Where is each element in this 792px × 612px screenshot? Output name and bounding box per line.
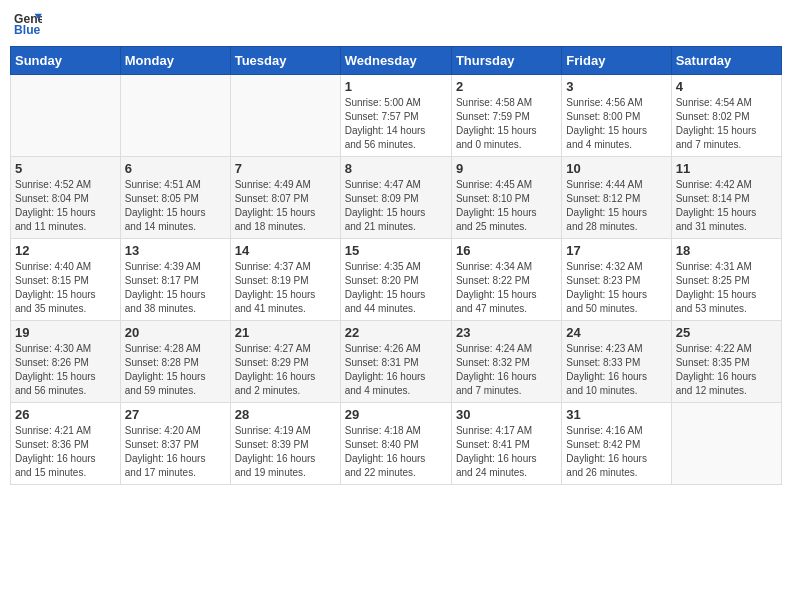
header-wednesday: Wednesday	[340, 47, 451, 75]
day-info: Sunrise: 4:21 AM Sunset: 8:36 PM Dayligh…	[15, 424, 116, 480]
day-number: 13	[125, 243, 226, 258]
day-number: 24	[566, 325, 666, 340]
day-number: 31	[566, 407, 666, 422]
day-info: Sunrise: 4:20 AM Sunset: 8:37 PM Dayligh…	[125, 424, 226, 480]
cell-w3-d4: 16Sunrise: 4:34 AM Sunset: 8:22 PM Dayli…	[451, 239, 561, 321]
day-info: Sunrise: 4:37 AM Sunset: 8:19 PM Dayligh…	[235, 260, 336, 316]
day-info: Sunrise: 4:16 AM Sunset: 8:42 PM Dayligh…	[566, 424, 666, 480]
cell-w2-d0: 5Sunrise: 4:52 AM Sunset: 8:04 PM Daylig…	[11, 157, 121, 239]
day-info: Sunrise: 4:34 AM Sunset: 8:22 PM Dayligh…	[456, 260, 557, 316]
cell-w2-d4: 9Sunrise: 4:45 AM Sunset: 8:10 PM Daylig…	[451, 157, 561, 239]
svg-text:Blue: Blue	[14, 23, 41, 37]
cell-w1-d5: 3Sunrise: 4:56 AM Sunset: 8:00 PM Daylig…	[562, 75, 671, 157]
cell-w3-d0: 12Sunrise: 4:40 AM Sunset: 8:15 PM Dayli…	[11, 239, 121, 321]
day-number: 2	[456, 79, 557, 94]
cell-w5-d0: 26Sunrise: 4:21 AM Sunset: 8:36 PM Dayli…	[11, 403, 121, 485]
cell-w2-d2: 7Sunrise: 4:49 AM Sunset: 8:07 PM Daylig…	[230, 157, 340, 239]
day-info: Sunrise: 4:18 AM Sunset: 8:40 PM Dayligh…	[345, 424, 447, 480]
day-info: Sunrise: 4:31 AM Sunset: 8:25 PM Dayligh…	[676, 260, 777, 316]
day-info: Sunrise: 4:40 AM Sunset: 8:15 PM Dayligh…	[15, 260, 116, 316]
header-friday: Friday	[562, 47, 671, 75]
cell-w1-d1	[120, 75, 230, 157]
cell-w4-d0: 19Sunrise: 4:30 AM Sunset: 8:26 PM Dayli…	[11, 321, 121, 403]
day-number: 21	[235, 325, 336, 340]
day-info: Sunrise: 4:30 AM Sunset: 8:26 PM Dayligh…	[15, 342, 116, 398]
day-info: Sunrise: 4:26 AM Sunset: 8:31 PM Dayligh…	[345, 342, 447, 398]
day-number: 11	[676, 161, 777, 176]
day-number: 1	[345, 79, 447, 94]
cell-w1-d4: 2Sunrise: 4:58 AM Sunset: 7:59 PM Daylig…	[451, 75, 561, 157]
header-tuesday: Tuesday	[230, 47, 340, 75]
cell-w4-d5: 24Sunrise: 4:23 AM Sunset: 8:33 PM Dayli…	[562, 321, 671, 403]
day-info: Sunrise: 4:44 AM Sunset: 8:12 PM Dayligh…	[566, 178, 666, 234]
cell-w3-d2: 14Sunrise: 4:37 AM Sunset: 8:19 PM Dayli…	[230, 239, 340, 321]
cell-w3-d3: 15Sunrise: 4:35 AM Sunset: 8:20 PM Dayli…	[340, 239, 451, 321]
cell-w1-d6: 4Sunrise: 4:54 AM Sunset: 8:02 PM Daylig…	[671, 75, 781, 157]
day-info: Sunrise: 4:47 AM Sunset: 8:09 PM Dayligh…	[345, 178, 447, 234]
day-info: Sunrise: 4:17 AM Sunset: 8:41 PM Dayligh…	[456, 424, 557, 480]
cell-w4-d3: 22Sunrise: 4:26 AM Sunset: 8:31 PM Dayli…	[340, 321, 451, 403]
header-monday: Monday	[120, 47, 230, 75]
day-info: Sunrise: 4:54 AM Sunset: 8:02 PM Dayligh…	[676, 96, 777, 152]
day-number: 29	[345, 407, 447, 422]
cell-w5-d6	[671, 403, 781, 485]
calendar-table: SundayMondayTuesdayWednesdayThursdayFrid…	[10, 46, 782, 485]
day-number: 8	[345, 161, 447, 176]
cell-w5-d1: 27Sunrise: 4:20 AM Sunset: 8:37 PM Dayli…	[120, 403, 230, 485]
day-number: 7	[235, 161, 336, 176]
day-info: Sunrise: 4:35 AM Sunset: 8:20 PM Dayligh…	[345, 260, 447, 316]
cell-w2-d5: 10Sunrise: 4:44 AM Sunset: 8:12 PM Dayli…	[562, 157, 671, 239]
cell-w2-d1: 6Sunrise: 4:51 AM Sunset: 8:05 PM Daylig…	[120, 157, 230, 239]
day-number: 20	[125, 325, 226, 340]
day-number: 16	[456, 243, 557, 258]
cell-w4-d6: 25Sunrise: 4:22 AM Sunset: 8:35 PM Dayli…	[671, 321, 781, 403]
day-info: Sunrise: 4:19 AM Sunset: 8:39 PM Dayligh…	[235, 424, 336, 480]
day-number: 15	[345, 243, 447, 258]
cell-w3-d1: 13Sunrise: 4:39 AM Sunset: 8:17 PM Dayli…	[120, 239, 230, 321]
day-number: 3	[566, 79, 666, 94]
week-row-3: 12Sunrise: 4:40 AM Sunset: 8:15 PM Dayli…	[11, 239, 782, 321]
header-thursday: Thursday	[451, 47, 561, 75]
week-row-4: 19Sunrise: 4:30 AM Sunset: 8:26 PM Dayli…	[11, 321, 782, 403]
day-number: 18	[676, 243, 777, 258]
day-info: Sunrise: 4:56 AM Sunset: 8:00 PM Dayligh…	[566, 96, 666, 152]
day-number: 6	[125, 161, 226, 176]
day-number: 25	[676, 325, 777, 340]
day-info: Sunrise: 4:28 AM Sunset: 8:28 PM Dayligh…	[125, 342, 226, 398]
day-number: 22	[345, 325, 447, 340]
logo-icon: General Blue	[14, 10, 42, 38]
day-info: Sunrise: 4:58 AM Sunset: 7:59 PM Dayligh…	[456, 96, 557, 152]
day-info: Sunrise: 4:22 AM Sunset: 8:35 PM Dayligh…	[676, 342, 777, 398]
cell-w5-d3: 29Sunrise: 4:18 AM Sunset: 8:40 PM Dayli…	[340, 403, 451, 485]
week-row-5: 26Sunrise: 4:21 AM Sunset: 8:36 PM Dayli…	[11, 403, 782, 485]
cell-w5-d5: 31Sunrise: 4:16 AM Sunset: 8:42 PM Dayli…	[562, 403, 671, 485]
day-info: Sunrise: 4:32 AM Sunset: 8:23 PM Dayligh…	[566, 260, 666, 316]
day-number: 12	[15, 243, 116, 258]
day-info: Sunrise: 4:45 AM Sunset: 8:10 PM Dayligh…	[456, 178, 557, 234]
header-saturday: Saturday	[671, 47, 781, 75]
cell-w2-d6: 11Sunrise: 4:42 AM Sunset: 8:14 PM Dayli…	[671, 157, 781, 239]
day-info: Sunrise: 4:24 AM Sunset: 8:32 PM Dayligh…	[456, 342, 557, 398]
day-number: 30	[456, 407, 557, 422]
cell-w1-d2	[230, 75, 340, 157]
cell-w5-d4: 30Sunrise: 4:17 AM Sunset: 8:41 PM Dayli…	[451, 403, 561, 485]
day-number: 19	[15, 325, 116, 340]
day-info: Sunrise: 4:23 AM Sunset: 8:33 PM Dayligh…	[566, 342, 666, 398]
cell-w4-d1: 20Sunrise: 4:28 AM Sunset: 8:28 PM Dayli…	[120, 321, 230, 403]
cell-w3-d6: 18Sunrise: 4:31 AM Sunset: 8:25 PM Dayli…	[671, 239, 781, 321]
day-number: 28	[235, 407, 336, 422]
cell-w2-d3: 8Sunrise: 4:47 AM Sunset: 8:09 PM Daylig…	[340, 157, 451, 239]
cell-w4-d2: 21Sunrise: 4:27 AM Sunset: 8:29 PM Dayli…	[230, 321, 340, 403]
day-number: 4	[676, 79, 777, 94]
day-info: Sunrise: 4:27 AM Sunset: 8:29 PM Dayligh…	[235, 342, 336, 398]
cell-w5-d2: 28Sunrise: 4:19 AM Sunset: 8:39 PM Dayli…	[230, 403, 340, 485]
cell-w1-d3: 1Sunrise: 5:00 AM Sunset: 7:57 PM Daylig…	[340, 75, 451, 157]
day-number: 5	[15, 161, 116, 176]
header: General Blue	[10, 10, 782, 38]
day-info: Sunrise: 4:49 AM Sunset: 8:07 PM Dayligh…	[235, 178, 336, 234]
cell-w3-d5: 17Sunrise: 4:32 AM Sunset: 8:23 PM Dayli…	[562, 239, 671, 321]
day-number: 27	[125, 407, 226, 422]
week-row-1: 1Sunrise: 5:00 AM Sunset: 7:57 PM Daylig…	[11, 75, 782, 157]
day-number: 9	[456, 161, 557, 176]
cell-w1-d0	[11, 75, 121, 157]
